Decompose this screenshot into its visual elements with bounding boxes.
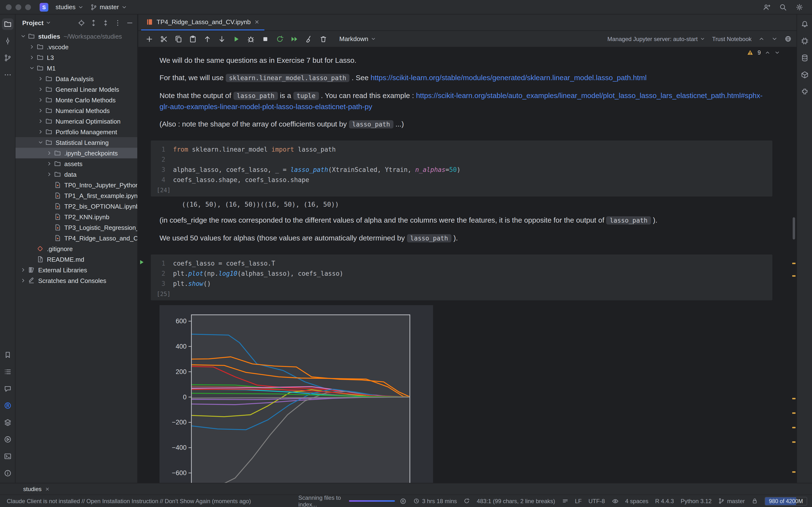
hide-panel-icon[interactable] — [126, 19, 134, 26]
add-cell-button[interactable] — [143, 33, 156, 45]
commit-tool-icon[interactable] — [2, 35, 13, 47]
tree-item-data[interactable]: data — [15, 169, 137, 180]
tree-item-tp2-bis-optional-ipynb[interactable]: TP2_bis_OPTIONAL.ipynb — [15, 201, 137, 212]
chevron-right-icon[interactable] — [28, 55, 36, 60]
pause-indexing-icon[interactable] — [400, 498, 407, 504]
markdown-cell[interactable]: (Also : note the shape of the array of c… — [159, 119, 765, 130]
tree-item-tp2-knn-ipynb[interactable]: TP2_KNN.ipynb — [15, 212, 137, 222]
more-tools-icon[interactable] — [2, 69, 13, 80]
pull-requests-tool-icon[interactable] — [2, 52, 13, 64]
project-tool-icon[interactable] — [2, 18, 13, 30]
tree-item-ipynb-checkpoints[interactable]: .ipynb_checkpoints — [15, 148, 137, 158]
delete-cell-button[interactable] — [317, 33, 329, 45]
line-separator-icon[interactable] — [562, 498, 568, 504]
chevron-right-icon[interactable] — [37, 97, 45, 103]
expand-all-icon[interactable] — [90, 19, 97, 26]
prev-cell-icon[interactable] — [758, 36, 765, 42]
tree-item-assets[interactable]: assets — [15, 158, 137, 169]
chevron-right-icon[interactable] — [45, 171, 53, 177]
todo-tool-icon[interactable] — [2, 366, 13, 378]
chevron-right-icon[interactable] — [37, 129, 45, 135]
tree-item-vscode[interactable]: .vscode — [15, 42, 137, 52]
locate-file-icon[interactable] — [78, 19, 85, 26]
dependencies-tool-icon[interactable] — [799, 69, 810, 80]
run-cell-button[interactable] — [230, 33, 243, 45]
database-tool-icon[interactable] — [799, 52, 810, 64]
markdown-cell[interactable]: We will do the same questions as in Exer… — [159, 55, 765, 66]
ai-chat-tool-icon[interactable] — [2, 383, 13, 394]
zoom-window-button[interactable] — [25, 4, 31, 10]
close-window-button[interactable] — [6, 4, 12, 10]
cut-cell-button[interactable] — [158, 33, 170, 45]
close-icon[interactable] — [45, 487, 50, 491]
chevron-right-icon[interactable] — [37, 108, 45, 113]
vcs-branch-widget[interactable]: master — [87, 2, 130, 12]
scrollbar-thumb[interactable] — [793, 217, 795, 239]
highlighting-eye-icon[interactable] — [612, 498, 618, 504]
browser-preview-icon[interactable] — [784, 35, 792, 43]
tree-item-numerical-methods[interactable]: Numerical Methods — [15, 105, 137, 116]
bookmarks-tool-icon[interactable] — [2, 349, 13, 361]
chevron-down-icon[interactable] — [19, 33, 27, 39]
chevron-right-icon[interactable] — [37, 76, 45, 81]
markdown-link[interactable]: https://scikit-learn.org/stable/modules/… — [370, 73, 647, 81]
copy-cell-button[interactable] — [172, 33, 185, 45]
tree-item-numerical-optimisation[interactable]: Numerical Optimisation — [15, 116, 137, 126]
markdown-cell[interactable]: For that, we will use sklearn.linear_mod… — [159, 72, 765, 83]
search-everywhere-icon[interactable] — [779, 3, 787, 11]
restart-kernel-button[interactable] — [273, 33, 286, 45]
caret-position-widget[interactable]: 483:1 (99 chars, 2 line breaks) — [477, 498, 555, 504]
settings-gear-icon[interactable] — [796, 3, 803, 11]
tree-item-statistical-learning[interactable]: Statistical Learning — [15, 137, 137, 148]
tree-item-data-analysis[interactable]: Data Analysis — [15, 73, 137, 84]
tree-item-tp1-a-first-example-ipynb[interactable]: TP1_A_first_example.ipynb — [15, 190, 137, 201]
collapse-all-icon[interactable] — [102, 19, 109, 26]
terminal-tool-icon[interactable] — [2, 451, 13, 462]
r-interpreter-widget[interactable]: R 4.4.3 — [655, 498, 674, 504]
memory-indicator[interactable]: 980 of 4200M — [765, 497, 807, 505]
tree-item-m1[interactable]: M1 — [15, 63, 137, 73]
tree-item-studies[interactable]: studies~/Workspace/studies — [15, 31, 137, 42]
chevron-down-icon[interactable] — [37, 139, 45, 145]
editor-tab[interactable]: TP4_Ridge_Lasso_and_CV.ipynb — [141, 14, 264, 31]
run-cell-gutter-icon[interactable] — [138, 259, 145, 268]
tree-item-external-libraries[interactable]: External Libraries — [15, 265, 137, 275]
run-all-button[interactable] — [288, 33, 301, 45]
lock-icon[interactable] — [752, 498, 758, 504]
python-interpreter-widget[interactable]: Python 3.12 — [681, 498, 712, 504]
tree-item-scratches-and-consoles[interactable]: Scratches and Consoles — [15, 275, 137, 286]
tree-item-l3[interactable]: L3 — [15, 52, 137, 63]
chevron-right-icon[interactable] — [37, 118, 45, 124]
time-tracker-widget[interactable]: 3 hrs 18 mins — [413, 498, 457, 504]
problems-tool-icon[interactable] — [2, 467, 13, 479]
sync-icon[interactable] — [464, 498, 470, 504]
code-with-me-icon[interactable] — [763, 3, 770, 11]
jupyter-server-selector[interactable]: Managed Jupyter server: auto-start — [607, 36, 705, 42]
stop-kernel-button[interactable] — [259, 33, 272, 45]
ai-assistant-icon[interactable] — [799, 35, 810, 47]
close-tab-icon[interactable] — [254, 19, 259, 24]
inspections-widget[interactable]: 9 — [745, 48, 782, 57]
clear-outputs-button[interactable] — [303, 33, 315, 45]
cell-type-dropdown[interactable]: Markdown — [336, 34, 380, 44]
encoding-widget[interactable]: UTF-8 — [589, 498, 605, 504]
tree-item-tp0-intro-jupyter-python-ip[interactable]: TP0_Intro_Jupyter_Python.ip — [15, 180, 137, 190]
git-branch-widget[interactable]: master — [718, 498, 745, 504]
tree-item-tp3-logistic-regression-an[interactable]: TP3_Logistic_Regression_an — [15, 222, 137, 233]
tree-item-gitignore[interactable]: .gitignore — [15, 243, 137, 254]
code-cell[interactable]: 1from sklearn.linear_model import lasso_… — [151, 140, 772, 196]
move-cell-down-button[interactable] — [215, 33, 228, 45]
next-cell-icon[interactable] — [771, 36, 778, 42]
panel-options-icon[interactable] — [114, 19, 121, 26]
tree-item-general-linear-models[interactable]: General Linear Models — [15, 84, 137, 95]
tree-item-monte-carlo-methods[interactable]: Monte Carlo Methods — [15, 95, 137, 105]
indent-widget[interactable]: 4 spaces — [625, 498, 648, 504]
database-layers-tool-icon[interactable] — [2, 417, 13, 428]
chevron-right-icon[interactable] — [19, 267, 27, 273]
debug-cell-button[interactable] — [245, 33, 257, 45]
chevron-down-icon[interactable] — [45, 20, 51, 25]
move-cell-up-button[interactable] — [201, 33, 214, 45]
chevron-right-icon[interactable] — [19, 278, 27, 283]
markdown-cell[interactable]: We used 50 values for alphas (those valu… — [159, 233, 765, 244]
trust-notebook-link[interactable]: Trust Notebook — [712, 36, 752, 42]
